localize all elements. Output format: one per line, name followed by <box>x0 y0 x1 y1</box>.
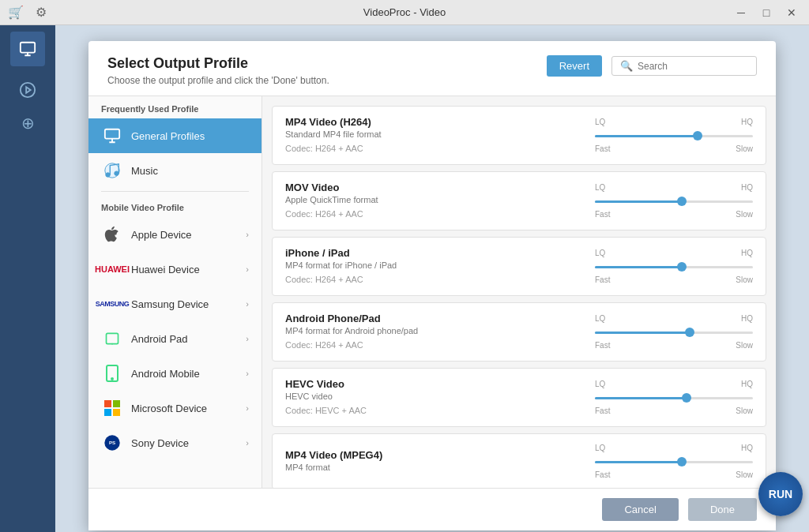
svg-rect-0 <box>21 43 35 53</box>
left-panel: Frequently Used Profile General Profiles… <box>88 96 262 488</box>
app-area: ⊕ Select Output Profile Choose the outpu… <box>0 25 809 532</box>
android-mobile-arrow: › <box>246 369 249 378</box>
format-codec-android: Codec: H264 + AAC <box>285 340 363 350</box>
format-info-mov: MOV Video Apple QuickTime format Codec: … <box>285 182 378 220</box>
android-pad-label: Android Pad <box>131 333 238 345</box>
quality-slider-hevc[interactable] <box>595 392 753 404</box>
svg-point-8 <box>111 343 113 345</box>
format-card-mov[interactable]: MOV Video Apple QuickTime format Codec: … <box>272 171 766 230</box>
nav-icon-1[interactable] <box>10 32 45 66</box>
samsung-icon: SAMSUNG <box>101 293 123 315</box>
settings-icon[interactable]: ⚙ <box>32 3 51 22</box>
apple-device-label: Apple Device <box>131 229 238 241</box>
sony-device-arrow: › <box>246 438 249 448</box>
sidebar-item-android-mobile[interactable]: Android Mobile › <box>88 356 262 391</box>
quality-control-mov: LQ HQ Fast Slow <box>595 183 753 219</box>
monitor-icon <box>101 125 123 147</box>
quality-slider-android[interactable] <box>595 326 753 339</box>
svg-point-1 <box>21 83 35 97</box>
search-icon: 🔍 <box>620 60 633 72</box>
sidebar-item-microsoft-device[interactable]: Microsoft Device › <box>88 391 262 425</box>
quality-slider[interactable] <box>595 129 753 142</box>
minimize-button[interactable]: ─ <box>730 3 752 22</box>
title-bar-icons: 🛒 ⚙ <box>6 3 51 22</box>
samsung-device-label: Samsung Device <box>131 298 238 310</box>
huawei-device-label: Huawei Device <box>131 264 238 275</box>
format-name-mov: MOV Video <box>285 182 378 193</box>
music-label: Music <box>131 165 249 177</box>
format-codec-mov: Codec: H264 + AAC <box>285 209 363 219</box>
hq-label-mov: HQ <box>741 183 753 192</box>
dialog-header-right: Revert 🔍 <box>547 55 757 77</box>
format-codec-hevc: Codec: HEVC + AAC <box>285 406 367 415</box>
format-codec-ipad: Codec: H264 + AAC <box>285 275 363 284</box>
svg-rect-11 <box>104 400 111 407</box>
revert-button[interactable]: Revert <box>547 55 602 77</box>
format-name-ipad: iPhone / iPad <box>285 247 397 259</box>
android-pad-arrow: › <box>246 334 249 343</box>
format-card-android[interactable]: Android Phone/Pad MP4 format for Android… <box>272 302 766 362</box>
title-bar: 🛒 ⚙ VideoProc - Video ─ □ ✕ <box>0 0 809 25</box>
search-box: 🔍 <box>611 56 757 76</box>
format-desc-mov: Apple QuickTime format <box>285 195 378 204</box>
dialog-footer: Cancel Done <box>88 488 776 530</box>
dialog-header-left: Select Output Profile Choose the output … <box>107 55 329 86</box>
maximize-button[interactable]: □ <box>755 3 777 22</box>
format-card-iphone-ipad[interactable]: iPhone / iPad MP4 format for iPhone / iP… <box>272 237 766 296</box>
samsung-device-arrow: › <box>246 299 249 309</box>
search-input[interactable] <box>638 61 748 72</box>
sidebar-item-general-profiles[interactable]: General Profiles <box>88 118 262 153</box>
quality-slider-mov[interactable] <box>595 195 753 208</box>
svg-marker-2 <box>26 87 31 92</box>
format-card-mp4-h264[interactable]: MP4 Video (H264) Standard MP4 file forma… <box>272 106 766 165</box>
format-info: MP4 Video (H264) Standard MP4 file forma… <box>285 116 382 155</box>
nav-icon-3[interactable]: ⊕ <box>21 114 35 133</box>
done-button[interactable]: Done <box>688 498 757 521</box>
format-desc-hevc: HEVC video <box>285 392 367 401</box>
format-desc-ipad: MP4 format for iPhone / iPad <box>285 260 397 270</box>
divider <box>101 191 249 192</box>
format-codec: Codec: H264 + AAC <box>285 144 363 153</box>
svg-rect-13 <box>104 409 111 416</box>
apple-icon <box>101 223 123 245</box>
cancel-button[interactable]: Cancel <box>602 498 678 521</box>
nav-icon-2[interactable] <box>10 73 45 107</box>
dialog-overlay: Select Output Profile Choose the output … <box>55 25 809 532</box>
window-controls: ─ □ ✕ <box>730 3 803 22</box>
svg-rect-14 <box>113 409 120 416</box>
format-card-hevc[interactable]: HEVC Video HEVC video Codec: HEVC + AAC … <box>272 368 766 427</box>
sidebar-item-android-pad[interactable]: Android Pad › <box>88 321 262 356</box>
speed-labels: Fast Slow <box>595 144 753 153</box>
quality-slider-mpeg4[interactable] <box>595 455 753 468</box>
sidebar-item-music[interactable]: Music <box>88 153 262 188</box>
svg-rect-7 <box>107 333 119 343</box>
frequently-used-label: Frequently Used Profile <box>88 96 262 118</box>
dialog-title: Select Output Profile <box>107 55 329 72</box>
dialog-body: Frequently Used Profile General Profiles… <box>88 96 776 488</box>
format-desc-mpeg4: MP4 format <box>285 463 382 472</box>
mobile-video-label: Mobile Video Profile <box>88 195 262 217</box>
svg-rect-12 <box>113 400 120 407</box>
lq-label-mov: LQ <box>595 183 605 192</box>
format-name-hevc: HEVC Video <box>285 378 367 390</box>
quality-control: LQ HQ Fast Slow <box>595 118 753 153</box>
cart-icon[interactable]: 🛒 <box>6 3 25 22</box>
format-card-mpeg4[interactable]: MP4 Video (MPEG4) MP4 format LQ HQ <box>272 433 766 488</box>
svg-point-5 <box>106 173 111 178</box>
sidebar-item-apple-device[interactable]: Apple Device › <box>88 217 262 252</box>
left-sidebar: ⊕ <box>0 25 55 532</box>
microsoft-device-arrow: › <box>246 403 249 413</box>
sony-device-label: Sony Device <box>131 437 238 449</box>
close-button[interactable]: ✕ <box>781 3 803 22</box>
android-pad-icon <box>101 328 123 350</box>
sidebar-item-samsung-device[interactable]: SAMSUNG Samsung Device › <box>88 287 262 321</box>
sidebar-item-sony-device[interactable]: PS Sony Device › <box>88 425 262 460</box>
format-desc: Standard MP4 file format <box>285 129 382 139</box>
quality-labels: LQ HQ <box>595 118 753 126</box>
microsoft-device-label: Microsoft Device <box>131 403 238 414</box>
sidebar-item-huawei-device[interactable]: HUAWEI Huawei Device › <box>88 252 262 287</box>
svg-point-10 <box>111 378 113 380</box>
run-button[interactable]: RUN <box>758 472 803 516</box>
quality-slider-ipad[interactable] <box>595 260 753 273</box>
huawei-device-arrow: › <box>246 264 249 274</box>
